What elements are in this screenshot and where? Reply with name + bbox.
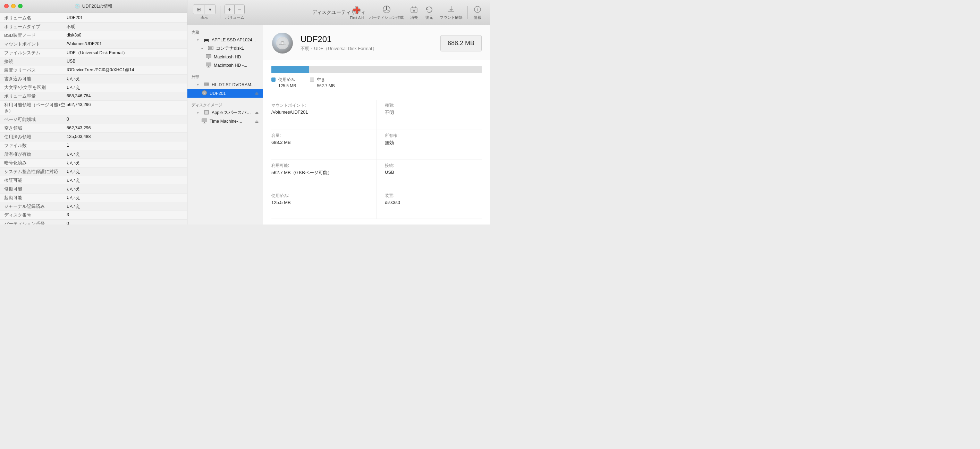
erase-button[interactable]: 消去 xyxy=(407,3,421,22)
info-row: 所有権が有効 いいえ xyxy=(0,150,187,159)
eject-icon-3[interactable]: ⏏ xyxy=(255,119,259,124)
disclosure-icon-2: ▾ xyxy=(201,47,205,50)
close-button[interactable] xyxy=(4,4,9,8)
info-row: 接続 USB xyxy=(0,58,187,66)
info-row: 大文字/小文字を区別 いいえ xyxy=(0,83,187,92)
usage-legend: 使用済み 125.5 MB 空き 562.7 MB xyxy=(271,77,482,88)
sidebar-item-sparse[interactable]: ▾ Apple スパースバ… ⏏ xyxy=(188,109,263,117)
sidebar-item-dvdram[interactable]: ▾ HL-DT-ST DVDRAM... xyxy=(188,80,263,89)
info-window-titlebar: 💿 UDF201の情報 xyxy=(0,0,187,13)
svg-text:UDF201: UDF201 xyxy=(279,43,286,46)
info-value: いいえ xyxy=(67,186,80,192)
info-grid-value: 不明 xyxy=(385,109,476,116)
disclosure-icon: ▾ xyxy=(197,38,201,42)
used-value: 125.5 MB xyxy=(278,83,296,88)
info-row: BSD装置ノード disk3s0 xyxy=(0,31,187,40)
disk-type: 不明・UDF（Universal Disk Format） xyxy=(301,46,433,52)
info-value: いいえ xyxy=(67,203,80,209)
info-grid-item: 使用済み: 125.5 MB xyxy=(271,190,377,219)
svg-rect-3 xyxy=(353,9,360,11)
disk-header-info: UDF201 不明・UDF（Universal Disk Format） xyxy=(301,34,433,52)
info-table: ボリューム名 UDF201 ボリュームタイプ 不明 BSD装置ノード disk3… xyxy=(0,13,187,225)
info-value: 不明 xyxy=(67,24,76,30)
minimize-button[interactable] xyxy=(11,4,16,8)
info-row: ファイルシステム UDF（Universal Disk Format） xyxy=(0,49,187,58)
eject-icon-2[interactable]: ⏏ xyxy=(255,110,259,115)
maximize-button[interactable] xyxy=(18,4,22,8)
sidebar-item-label-4: Macintosh HD -... xyxy=(214,63,259,68)
sidebar-item-macintosh-hd[interactable]: Macintosh HD xyxy=(188,53,263,61)
info-value: 125,503,488 xyxy=(67,134,91,139)
info-grid-value: USB xyxy=(385,169,476,175)
info-key: ファイル数 xyxy=(4,142,67,149)
sidebar-item-container[interactable]: ▾ コンテナdisk1 xyxy=(188,44,263,53)
svg-rect-20 xyxy=(207,67,210,67)
unmount-label: マウント解除 xyxy=(440,15,463,20)
info-grid-key: 接続: xyxy=(385,163,476,169)
info-key: ファイルシステム xyxy=(4,50,67,56)
first-aid-label: First Aid xyxy=(350,16,364,20)
sidebar-item-macintosh-hd-data[interactable]: Macintosh HD -... xyxy=(188,61,263,70)
usage-bar-track xyxy=(271,66,482,74)
info-value: 562,743,296 xyxy=(67,102,91,107)
info-grid-item: 所有権: 無効 xyxy=(377,130,482,160)
sidebar-item-label: APPLE SSD AP1024... xyxy=(212,38,259,42)
sidebar-item-time-machine[interactable]: Time Machine-… ⏏ xyxy=(188,117,263,125)
add-remove-control[interactable]: + − xyxy=(224,5,245,14)
used-dot xyxy=(271,77,275,81)
svg-rect-14 xyxy=(206,54,211,58)
optical-icon xyxy=(204,81,210,88)
sidebar-item-udf201[interactable]: UDF201 ⏏ xyxy=(188,89,263,97)
sidebar-item-label-8: Time Machine-… xyxy=(210,119,253,124)
partition-button[interactable]: パーティション作成 xyxy=(367,3,406,22)
volume-icon xyxy=(205,54,212,60)
remove-button[interactable]: − xyxy=(235,5,244,14)
info-value: 0 xyxy=(67,221,69,225)
info-value: 1 xyxy=(67,142,69,148)
info-value: 688,246,784 xyxy=(67,93,91,98)
volume-label: ボリューム xyxy=(225,15,244,20)
info-key: 修復可能 xyxy=(4,186,67,192)
info-button[interactable]: i 情報 xyxy=(471,3,484,22)
add-button[interactable]: + xyxy=(225,5,235,14)
info-key: 起動可能 xyxy=(4,195,67,201)
unmount-button[interactable]: マウント解除 xyxy=(438,3,465,22)
disk-name: UDF201 xyxy=(301,34,433,44)
view-icon-button[interactable]: ▾ xyxy=(204,5,215,14)
info-grid-value: 688.2 MB xyxy=(271,140,368,145)
sidebar-item-apple-ssd[interactable]: ▾ 🖴 APPLE SSD AP1024... xyxy=(188,36,263,44)
info-key: 書き込み可能 xyxy=(4,76,67,82)
info-grid-value: /Volumes/UDF201 xyxy=(271,109,368,115)
sidebar-section-internal: 内蔵 xyxy=(188,28,263,36)
info-value: いいえ xyxy=(67,76,80,82)
info-key: マウントポイント xyxy=(4,41,67,47)
info-key: 使用済み領域 xyxy=(4,134,67,140)
info-value: いいえ xyxy=(67,151,80,157)
disk-header: CD UDF201 UDF201 不明・UDF（Universal Disk F… xyxy=(263,25,490,60)
view-list-button[interactable]: ⊞ xyxy=(193,5,204,14)
svg-rect-29 xyxy=(202,119,207,122)
info-row: ディスク番号 3 xyxy=(0,211,187,220)
disk-utility: ⊞ ▾ 表示 + − ボリューム ディスクユーティリティ xyxy=(188,0,490,225)
toolbar-sep-2 xyxy=(249,6,249,19)
disk-icon: CD UDF201 xyxy=(271,32,294,54)
info-grid-item: 装置: disk3s0 xyxy=(377,190,482,219)
view-control[interactable]: ⊞ ▾ xyxy=(193,5,216,14)
info-key: 所有権が有効 xyxy=(4,151,67,157)
info-value: disk3s0 xyxy=(67,32,81,38)
usage-legend-used: 使用済み 125.5 MB xyxy=(271,77,296,88)
traffic-lights[interactable] xyxy=(4,4,22,8)
first-aid-button[interactable]: First Aid xyxy=(348,4,366,21)
disk-utility-toolbar: ⊞ ▾ 表示 + − ボリューム ディスクユーティリティ xyxy=(188,0,490,25)
main-content: 内蔵 ▾ 🖴 APPLE SSD AP1024... ▾ コンテナdisk1 xyxy=(188,25,490,225)
eject-icon-1[interactable]: ⏏ xyxy=(255,91,259,96)
info-window-title: 💿 UDF201の情報 xyxy=(75,3,113,10)
sidebar-item-label-7: Apple スパースバ… xyxy=(212,110,253,116)
volume-icon-3 xyxy=(201,118,207,125)
info-grid-item: 容量: 688.2 MB xyxy=(271,130,377,160)
disclosure-icon-4: ▾ xyxy=(197,111,201,115)
toolbar-inner: ⊞ ▾ 表示 + − ボリューム ディスクユーティリティ xyxy=(193,3,484,22)
erase-label: 消去 xyxy=(410,15,418,20)
restore-button[interactable]: 復元 xyxy=(422,3,436,22)
info-window: 💿 UDF201の情報 ボリューム名 UDF201 ボリュームタイプ 不明 BS… xyxy=(0,0,188,225)
